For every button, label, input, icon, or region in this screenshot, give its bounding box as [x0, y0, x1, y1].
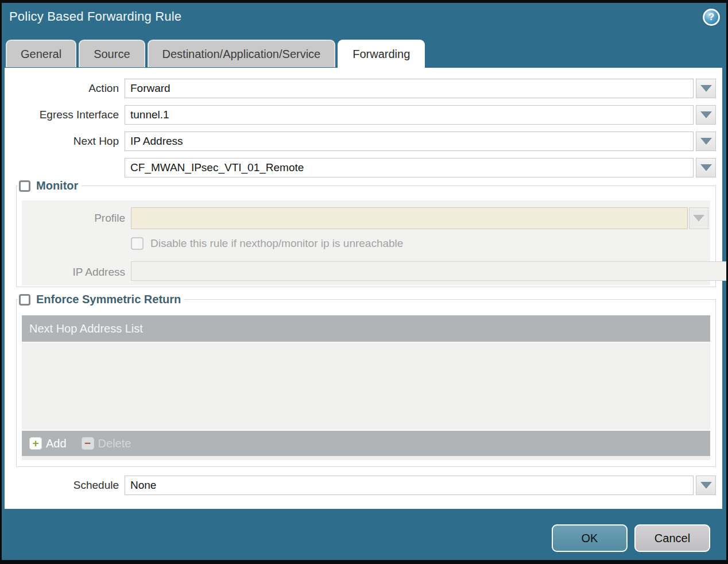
chevron-down-icon: [700, 482, 712, 489]
table-bottom-strip: [22, 456, 710, 460]
ok-button[interactable]: OK: [552, 524, 628, 552]
disable-rule-row: Disable this rule if nexthop/monitor ip …: [131, 237, 403, 250]
disable-rule-label: Disable this rule if nexthop/monitor ip …: [150, 237, 403, 250]
profile-input: [131, 207, 688, 229]
action-input[interactable]: [125, 79, 694, 98]
help-icon[interactable]: ?: [703, 9, 720, 26]
chevron-down-icon: [700, 111, 712, 118]
egress-interface-input[interactable]: [125, 105, 694, 125]
delete-button: − Delete: [82, 437, 131, 450]
enforce-symmetric-return-checkbox[interactable]: [19, 294, 30, 306]
next-hop-address-input[interactable]: [125, 158, 694, 177]
delete-button-label: Delete: [98, 437, 131, 450]
add-button[interactable]: + Add: [29, 437, 67, 450]
profile-dropdown-button: [689, 207, 708, 229]
chevron-down-icon: [700, 85, 712, 92]
next-hop-dropdown-button[interactable]: [696, 132, 716, 151]
action-dropdown-button[interactable]: [696, 79, 716, 98]
egress-interface-row: Egress Interface: [5, 105, 722, 125]
action-label: Action: [5, 79, 119, 98]
egress-interface-dropdown-button[interactable]: [696, 105, 716, 125]
delete-minus-icon: −: [82, 437, 94, 450]
next-hop-address-list-header: Next Hop Address List: [22, 315, 710, 342]
next-hop-address-list-body: [22, 342, 710, 430]
monitor-fieldset: Monitor Profile Disable this rule if nex…: [16, 179, 716, 287]
next-hop-label: Next Hop: [5, 132, 119, 151]
chevron-down-icon: [700, 164, 712, 171]
next-hop-address-table: Next Hop Address List + Add − Delete: [22, 315, 710, 460]
schedule-label: Schedule: [5, 476, 119, 495]
add-plus-icon: +: [29, 437, 42, 450]
schedule-input[interactable]: [125, 476, 694, 495]
profile-label: Profile: [22, 212, 125, 225]
monitor-ip-address-input: [131, 261, 728, 281]
enforce-symmetric-return-legend: Enforce Symmetric Return: [18, 293, 184, 306]
cancel-button[interactable]: Cancel: [634, 524, 710, 552]
monitor-legend-label: Monitor: [36, 179, 78, 192]
disable-rule-checkbox: [131, 237, 144, 250]
add-button-label: Add: [46, 437, 67, 450]
dialog-title: Policy Based Forwarding Rule: [9, 9, 181, 24]
egress-interface-label: Egress Interface: [5, 105, 119, 125]
enforce-symmetric-return-fieldset: Enforce Symmetric Return Next Hop Addres…: [16, 293, 716, 467]
schedule-row: Schedule: [5, 476, 722, 495]
next-hop-type-input[interactable]: [125, 132, 694, 151]
monitor-ip-address-label: IP Address: [22, 266, 125, 279]
monitor-checkbox[interactable]: [19, 180, 30, 192]
action-row: Action: [5, 79, 722, 98]
forwarding-tab-panel: Action Egress Interface Next Hop Monitor: [5, 68, 722, 509]
chevron-down-icon: [693, 215, 704, 222]
chevron-down-icon: [700, 138, 712, 145]
enforce-symmetric-return-label: Enforce Symmetric Return: [36, 293, 181, 306]
schedule-dropdown-button[interactable]: [696, 476, 716, 495]
policy-based-forwarding-dialog: Policy Based Forwarding Rule ? General S…: [0, 0, 728, 564]
tab-bar: General Source Destination/Application/S…: [6, 40, 425, 68]
tab-forwarding[interactable]: Forwarding: [338, 40, 425, 68]
next-hop-row: Next Hop: [5, 132, 722, 151]
next-hop-address-dropdown-button[interactable]: [696, 158, 716, 177]
tab-destination-application-service[interactable]: Destination/Application/Service: [148, 40, 336, 67]
monitor-panel: Profile Disable this rule if nexthop/mon…: [22, 200, 710, 285]
tab-general[interactable]: General: [6, 40, 76, 67]
next-hop-address-row: [5, 158, 722, 177]
monitor-legend: Monitor: [18, 179, 82, 192]
next-hop-address-list-toolbar: + Add − Delete: [22, 431, 710, 456]
tab-source[interactable]: Source: [79, 40, 145, 67]
